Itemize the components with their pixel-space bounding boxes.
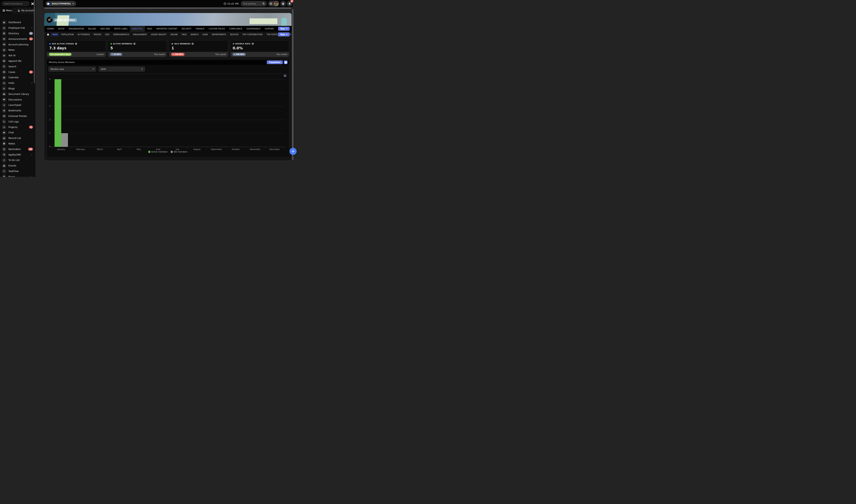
tab-compliance[interactable]: COMPLIANCE (227, 26, 245, 32)
sidebar-item-discussions[interactable]: Discussions (0, 97, 35, 102)
x-axis-label-may: May (137, 148, 141, 150)
subtab-geo[interactable]: GEO (103, 33, 111, 36)
add-button[interactable]: + (289, 148, 297, 155)
sidebar-item-employee-hub[interactable]: Employee hub› (0, 25, 35, 31)
subtab-engagement[interactable]: ENGAGEMENT (131, 33, 149, 36)
calendar-button[interactable] (280, 1, 286, 6)
search-icon[interactable] (262, 2, 265, 5)
tab-governance[interactable]: GOVERNANCE (245, 26, 263, 32)
sidebar-item-agilitycrm[interactable]: $AgilityCRM› (0, 152, 35, 158)
tab-setup[interactable]: SETUP (56, 26, 67, 32)
tab-billing[interactable]: BILLING (86, 26, 98, 32)
sidebar-item-document-library[interactable]: Document Library (0, 91, 35, 97)
sidebar-item-notes[interactable]: Notes (0, 141, 35, 147)
tab-white-label[interactable]: WHITE LABEL (112, 26, 130, 32)
admin-tab-row: ADMINSETUPORGANISATIONBILLINGADD-ONSWHIT… (44, 26, 291, 32)
sidebar-item-account-planning[interactable]: Account planning (0, 42, 35, 47)
sidebar-item-record-list[interactable]: Record List (0, 136, 35, 141)
admin-gear-icon: ⚙⚙ (46, 17, 53, 23)
stat-card-idle-members: IDLE MEMBERSi1↑ 100.00%This month (169, 40, 228, 57)
sidebar-item-ask-ai[interactable]: Ask AI (0, 53, 35, 58)
horizontal-scrollbar[interactable] (44, 7, 291, 9)
sidebar-item-launchpad[interactable]: Launchpad (0, 102, 35, 108)
find-anything-input[interactable] (243, 1, 260, 6)
sidebar-item-dashboard[interactable]: Dashboard (0, 20, 35, 25)
tab-organisation[interactable]: ORGANISATION (67, 26, 86, 32)
subtab-top-contributors[interactable]: TOP CONTRIBUTORS (240, 33, 264, 36)
info-icon[interactable]: i (252, 43, 254, 45)
sidebar-item-taskflow[interactable]: TaskFlow (0, 168, 35, 174)
legend-item-idle-members[interactable]: Idle members (171, 150, 188, 153)
subtab-moods[interactable]: MOODS (92, 33, 103, 36)
info-icon[interactable]: i (75, 43, 77, 45)
x-axis-tick (90, 147, 91, 148)
subtab-activeness[interactable]: ACTIVENESS (76, 33, 91, 36)
vertical-scrollbar[interactable] (292, 9, 293, 160)
workspace-switcher[interactable]: AGILITYPORTAL (46, 1, 76, 6)
bar-january-idle-members[interactable] (61, 133, 68, 147)
legend-item-active-members[interactable]: Active members (148, 150, 168, 153)
tab-finance[interactable]: FINANCE (194, 26, 207, 32)
sidebar-item-projects[interactable]: Projects5 (0, 124, 35, 130)
bar-january-active-members[interactable] (55, 79, 61, 147)
sidebar-search-input[interactable] (2, 1, 30, 6)
menu-tab[interactable]: Menu (3, 7, 12, 14)
tabs-dropdown-button[interactable]: Tabs (278, 27, 290, 31)
subtab-population[interactable]: POPULATION (59, 33, 76, 36)
subtab-mam[interactable]: MAM (51, 33, 59, 36)
agilityportal-logo-icon (46, 2, 50, 6)
sidebar-item-extranet-portals[interactable]: Extranet Portals (0, 113, 35, 119)
sidebar-item-chat[interactable]: Chat (0, 130, 35, 136)
status-dot (49, 43, 51, 44)
sidebar-item-announcements[interactable]: Announcements1 (0, 36, 35, 42)
my-account-tab[interactable]: My account (18, 7, 34, 14)
sidebar-item-reminders[interactable]: Reminders18 (0, 146, 35, 152)
info-icon[interactable]: i (133, 43, 136, 45)
sidebar-item-directory[interactable]: Directory6 (0, 31, 35, 36)
tab-security[interactable]: SECURITY (180, 26, 194, 32)
sidebar-item-cases[interactable]: Cases6 (0, 69, 35, 75)
sidebar-item-call-logs[interactable]: Call Logs (0, 119, 35, 124)
subtab-tags[interactable]: TAGS (180, 33, 189, 36)
subtab-hubs[interactable]: HUBS (201, 33, 210, 36)
sidebar-item-calendar[interactable]: Calendar (0, 75, 35, 80)
stat-pill: ↓ 100.00% (232, 53, 246, 56)
tabs-dropdown-button[interactable]: Tabs (278, 33, 290, 36)
x-axis-label-july: July (176, 148, 179, 150)
subtab-top-posts[interactable]: TOP POSTS (265, 33, 280, 36)
subtab-devices[interactable]: DEVICES (228, 33, 240, 36)
sitemap-icon (2, 125, 6, 129)
tab-support[interactable]: SUPPORT (263, 26, 276, 32)
subtab-departments[interactable]: DEPARTMENTS (210, 33, 228, 36)
home-icon[interactable] (47, 33, 49, 36)
gridline-4 (52, 93, 284, 93)
tab-reported-content[interactable]: REPORTED CONTENT (154, 26, 180, 32)
sidebar-item-search[interactable]: Search (0, 64, 35, 69)
sidebar-item-appoint-me[interactable]: Appoint Me (0, 58, 35, 64)
chat-icon (2, 130, 6, 135)
info-icon[interactable]: i (192, 43, 194, 45)
profile-menu[interactable] (268, 1, 279, 6)
sidebar-item-pages[interactable]: Pages› (0, 174, 35, 177)
subtab-usage-insight[interactable]: USAGE INSIGHT (149, 33, 168, 36)
badge-reminders: 18 (28, 148, 33, 150)
subtab-online[interactable]: ONLINE (168, 33, 180, 36)
sidebar-scrollbar[interactable] (34, 0, 35, 83)
sidebar-item-bookmarks[interactable]: Bookmarks (0, 108, 35, 113)
sidebar-item-blogs[interactable]: Blogs (0, 86, 35, 91)
tab-tags[interactable]: TAGS (145, 26, 154, 32)
sidebar: × Menu My account DashboardEmployee hub›… (0, 0, 35, 177)
tab-admin[interactable]: ADMIN (45, 26, 56, 32)
tab-custom-fields[interactable]: CUSTOM FIELDS (207, 26, 227, 32)
subtab-demographics[interactable]: DEMOGRAPHICS (112, 33, 131, 36)
sidebar-item-events[interactable]: Events (0, 163, 35, 168)
sidebar-item-news[interactable]: News (0, 47, 35, 53)
tab-add-ons[interactable]: ADD-ONS (98, 26, 112, 32)
y-axis-label: 4 (47, 92, 50, 94)
chevron-down-icon (286, 34, 287, 35)
subtab-search[interactable]: SEARCH (189, 33, 200, 36)
tab-analytics[interactable]: ANALYTICS (130, 26, 145, 32)
timer-icon (2, 147, 6, 151)
sidebar-item-to-do-list[interactable]: To-Do List (0, 158, 35, 163)
sidebar-item-hubs[interactable]: Hubs› (0, 80, 35, 86)
